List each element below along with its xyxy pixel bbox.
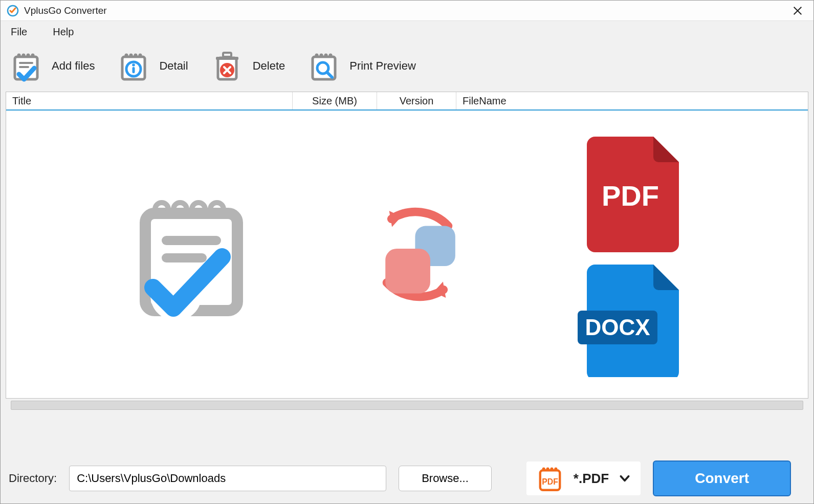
print-preview-button[interactable]: Print Preview bbox=[304, 47, 425, 85]
detail-icon bbox=[117, 50, 150, 82]
svg-point-11 bbox=[134, 54, 138, 57]
window-title: VplusGo Converter bbox=[24, 5, 788, 16]
menu-bar: File Help bbox=[1, 21, 813, 42]
svg-point-44 bbox=[554, 468, 557, 471]
convert-swap-icon bbox=[356, 193, 479, 316]
svg-point-9 bbox=[125, 54, 128, 57]
column-version[interactable]: Version bbox=[377, 92, 456, 109]
add-files-button[interactable]: Add files bbox=[7, 47, 104, 85]
svg-point-5 bbox=[31, 54, 35, 57]
table-body-empty: PDF DOCX bbox=[6, 111, 808, 398]
svg-rect-32 bbox=[162, 236, 221, 245]
add-files-icon bbox=[10, 50, 42, 82]
table-header: Title Size (MB) Version FileName bbox=[6, 92, 808, 111]
svg-rect-7 bbox=[19, 66, 29, 68]
app-window: VplusGo Converter File Help Add files bbox=[0, 0, 814, 504]
svg-text:PDF: PDF bbox=[542, 477, 558, 486]
menu-help[interactable]: Help bbox=[48, 23, 79, 41]
delete-label: Delete bbox=[253, 59, 285, 73]
svg-point-14 bbox=[133, 63, 136, 67]
add-files-label: Add files bbox=[52, 59, 95, 73]
svg-point-43 bbox=[550, 468, 553, 471]
svg-point-3 bbox=[22, 54, 26, 57]
pdf-format-icon: PDF bbox=[536, 464, 564, 493]
empty-state-illustration: PDF DOCX bbox=[6, 111, 808, 398]
column-title[interactable]: Title bbox=[6, 92, 293, 109]
svg-rect-33 bbox=[162, 253, 207, 262]
print-preview-icon bbox=[307, 50, 340, 82]
svg-rect-18 bbox=[223, 53, 231, 57]
svg-point-2 bbox=[17, 54, 21, 57]
svg-rect-15 bbox=[133, 67, 135, 73]
menu-file[interactable]: File bbox=[6, 23, 32, 41]
detail-label: Detail bbox=[159, 59, 188, 73]
svg-point-21 bbox=[315, 54, 319, 57]
format-label: *.PDF bbox=[574, 471, 609, 487]
title-bar: VplusGo Converter bbox=[1, 1, 813, 21]
svg-point-10 bbox=[129, 54, 133, 57]
column-filename[interactable]: FileName bbox=[456, 92, 763, 109]
bottom-bar: Directory: Browse... PDF *.PDF Convert bbox=[1, 453, 813, 503]
svg-point-42 bbox=[546, 468, 549, 471]
close-button[interactable] bbox=[788, 5, 807, 16]
chevron-down-icon bbox=[618, 472, 631, 485]
svg-rect-38 bbox=[385, 249, 430, 294]
pdf-docx-stack-icon: PDF DOCX bbox=[577, 132, 689, 377]
svg-point-23 bbox=[324, 54, 328, 57]
svg-point-22 bbox=[320, 54, 323, 57]
svg-point-4 bbox=[27, 54, 30, 57]
directory-input[interactable] bbox=[69, 466, 386, 491]
pdf-text-glyph: PDF bbox=[602, 180, 659, 212]
delete-button[interactable]: Delete bbox=[208, 47, 295, 85]
svg-point-12 bbox=[139, 54, 142, 57]
notepad-check-icon bbox=[125, 188, 258, 321]
docx-text-glyph: DOCX bbox=[585, 315, 650, 340]
file-table: Title Size (MB) Version FileName bbox=[6, 92, 808, 399]
toolbar: Add files Detail bbox=[1, 42, 813, 90]
svg-point-41 bbox=[542, 468, 545, 471]
print-preview-label: Print Preview bbox=[349, 59, 416, 73]
directory-label: Directory: bbox=[9, 472, 57, 485]
browse-button[interactable]: Browse... bbox=[399, 466, 492, 491]
delete-icon bbox=[211, 50, 244, 82]
svg-rect-6 bbox=[19, 62, 33, 64]
horizontal-scrollbar[interactable] bbox=[11, 401, 803, 410]
app-logo-icon bbox=[7, 5, 19, 17]
convert-button[interactable]: Convert bbox=[653, 461, 791, 496]
output-format-selector[interactable]: PDF *.PDF bbox=[526, 462, 641, 495]
detail-button[interactable]: Detail bbox=[114, 47, 197, 85]
column-size[interactable]: Size (MB) bbox=[293, 92, 377, 109]
svg-point-24 bbox=[329, 54, 333, 57]
